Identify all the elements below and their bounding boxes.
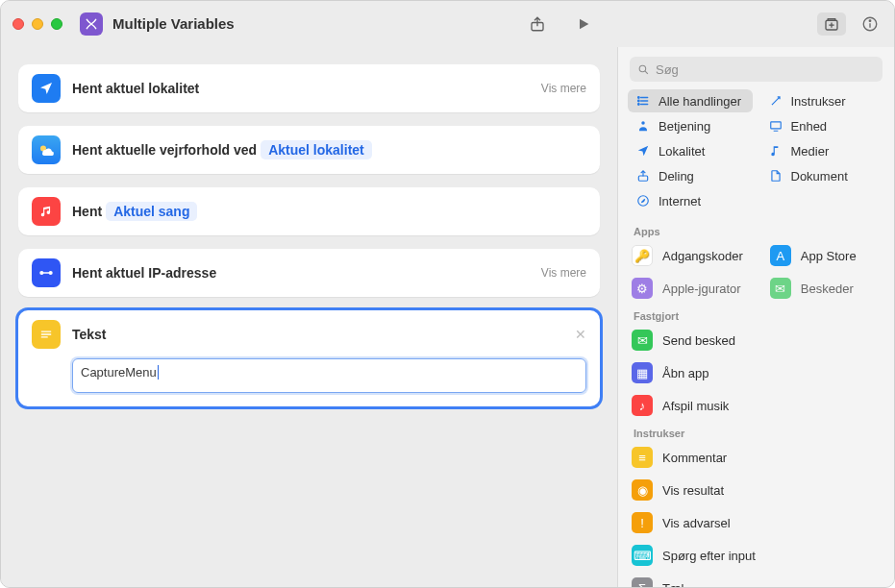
action-ip[interactable]: Hent aktuel IP-adresse Vis mere: [18, 249, 600, 297]
action-title: Hent aktuel IP-adresse: [72, 265, 216, 281]
pinned-open-app[interactable]: ▦Åbn app: [618, 356, 894, 389]
action-label-prefix: Hent: [72, 204, 102, 219]
gear-icon: ⚙: [632, 278, 653, 299]
action-title: Hent aktuel lokalitet: [72, 81, 199, 96]
appstore-icon: A: [770, 245, 791, 266]
row-label: Vis advarsel: [662, 516, 731, 530]
wand-icon: [768, 93, 783, 109]
network-icon: [32, 258, 61, 287]
app-passwords[interactable]: 🔑Adgangskoder: [618, 239, 757, 272]
scripting-ask-input[interactable]: ⌨Spørg efter input: [618, 539, 894, 572]
scripting-comment[interactable]: ≡Kommentar: [618, 441, 894, 474]
key-icon: 🔑: [632, 245, 653, 266]
sidebar-scroll[interactable]: Apps 🔑Adgangskoder AApp Store ⚙Apple-jgu…: [618, 220, 894, 587]
section-apps-title: Apps: [618, 220, 894, 239]
app-appstore[interactable]: AApp Store: [757, 239, 894, 272]
category-label: Medier: [791, 144, 830, 159]
app-label: App Store: [801, 249, 857, 263]
library-toggle-button[interactable]: [817, 12, 846, 36]
category-label: Enhed: [791, 119, 828, 134]
close-window-button[interactable]: [12, 18, 24, 30]
minimize-window-button[interactable]: [32, 18, 43, 30]
action-title: Tekst: [72, 327, 107, 342]
svg-point-21: [638, 104, 639, 105]
share-icon: [635, 168, 651, 184]
category-label: Internet: [659, 194, 701, 208]
category-internet[interactable]: Internet: [628, 189, 753, 212]
share-button[interactable]: [525, 13, 550, 35]
list-icon: [635, 93, 651, 109]
remove-action-button[interactable]: ✕: [575, 327, 586, 342]
category-sharing[interactable]: Deling: [628, 164, 753, 187]
search-input[interactable]: Søg: [630, 57, 883, 82]
category-device[interactable]: Enhed: [760, 114, 885, 137]
row-label: Spørg efter input: [662, 549, 756, 563]
person-icon: [635, 118, 651, 134]
app-label: Beskeder: [801, 282, 854, 296]
safari-icon: [635, 193, 651, 208]
action-music[interactable]: Hent Aktuel sang: [18, 187, 600, 235]
variable-pill-location[interactable]: Aktuel lokalitet: [261, 140, 372, 159]
svg-point-32: [869, 20, 871, 22]
info-button[interactable]: [859, 13, 881, 35]
input-icon: ⌨: [632, 545, 653, 566]
row-label: Vis resultat: [662, 483, 724, 498]
scripting-count[interactable]: ΣTæl: [618, 572, 894, 587]
location-arrow-icon: [635, 143, 651, 159]
app-window: Multiple Variables Hent aktuel lokalitet…: [0, 0, 895, 588]
svg-point-22: [641, 121, 645, 124]
svg-point-14: [639, 65, 646, 72]
action-weather[interactable]: Hent aktuelle vejrforhold ved Aktuel lok…: [18, 126, 600, 174]
text-icon: [32, 320, 61, 349]
workflow-editor[interactable]: Hent aktuel lokalitet Vis mere Hent aktu…: [1, 47, 617, 587]
search-placeholder: Søg: [656, 62, 679, 77]
row-label: Åbn app: [662, 366, 709, 380]
svg-rect-23: [770, 122, 781, 129]
display-icon: [768, 118, 783, 134]
category-all[interactable]: Alle handlinger: [628, 89, 753, 112]
scripting-show-alert[interactable]: !Vis advarsel: [618, 506, 894, 539]
weather-icon: [32, 135, 61, 164]
window-body: Hent aktuel lokalitet Vis mere Hent aktu…: [1, 47, 894, 587]
music-note-icon: [768, 143, 783, 159]
show-more-button[interactable]: Vis mere: [541, 82, 586, 95]
row-label: Tæl: [662, 581, 684, 588]
category-label: Betjening: [659, 119, 710, 134]
titlebar: Multiple Variables: [1, 1, 894, 47]
category-document[interactable]: Dokument: [760, 164, 885, 187]
location-arrow-icon: [32, 74, 61, 103]
messages-icon: ✉: [770, 278, 791, 299]
window-title: Multiple Variables: [112, 15, 525, 32]
row-label: Kommentar: [662, 451, 727, 465]
variable-pill-song[interactable]: Aktuel sang: [106, 202, 197, 221]
section-scripting-title: Instrukser: [618, 422, 894, 441]
category-grid: Alle handlinger Instrukser Betjening Enh…: [618, 89, 894, 220]
category-location[interactable]: Lokalitet: [628, 139, 753, 162]
text-lines-icon: ≡: [632, 447, 653, 468]
category-label: Dokument: [791, 169, 848, 184]
pinned-play-music[interactable]: ♪Afspil musik: [618, 389, 894, 422]
shortcut-icon: [80, 12, 103, 36]
show-more-button[interactable]: Vis mere: [541, 266, 586, 280]
app-label: Adgangskoder: [662, 249, 743, 263]
zoom-window-button[interactable]: [51, 18, 62, 30]
app-configurator[interactable]: ⚙Apple-jgurator: [618, 272, 757, 305]
section-apps: 🔑Adgangskoder AApp Store ⚙Apple-jgurator…: [618, 239, 894, 305]
document-icon: [768, 168, 783, 184]
scripting-show-result[interactable]: ◉Vis resultat: [618, 474, 894, 506]
toolbar-right: [525, 13, 596, 35]
app-messages[interactable]: ✉Beskeder: [757, 272, 894, 305]
text-action-input[interactable]: CaptureMenu: [72, 358, 586, 393]
category-control[interactable]: Betjening: [628, 114, 753, 137]
pinned-send-message[interactable]: ✉Send besked: [618, 324, 894, 356]
action-location[interactable]: Hent aktuel lokalitet Vis mere: [18, 64, 600, 112]
run-button[interactable]: [571, 13, 596, 35]
eye-icon: ◉: [632, 479, 653, 501]
category-media[interactable]: Medier: [760, 139, 885, 162]
category-label: Lokalitet: [659, 144, 705, 159]
action-text[interactable]: Tekst ✕ CaptureMenu: [18, 310, 600, 406]
svg-point-3: [49, 272, 52, 275]
section-pinned-title: Fastgjort: [618, 305, 894, 324]
category-scripting[interactable]: Instrukser: [760, 89, 885, 112]
action-title: Hent aktuelle vejrforhold ved Aktuel lok…: [72, 140, 372, 159]
